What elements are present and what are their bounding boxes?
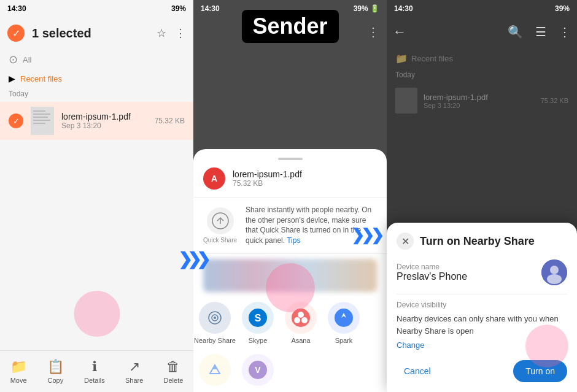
delete-icon: 🗑	[166, 359, 180, 375]
move-button[interactable]: 📁 Move	[10, 359, 27, 384]
cancel-button[interactable]: Cancel	[397, 361, 438, 381]
skype-label: Skype	[249, 337, 268, 344]
google-drive-icon	[199, 354, 231, 386]
asana-label: Asana	[291, 337, 310, 344]
right-arrow-overlay: ❯❯❯	[351, 226, 381, 245]
copy-button[interactable]: 📋 Copy	[47, 359, 64, 384]
file-thumbnail	[31, 107, 54, 135]
quick-share-col: Quick Share	[203, 207, 237, 244]
google-drive-app[interactable]	[193, 354, 236, 386]
middle-time: 14:30	[201, 4, 220, 13]
file-meta: Sep 3 13:20	[61, 121, 147, 130]
sheet-file-info: lorem-ipsum-1.pdf 75.32 KB	[233, 169, 302, 188]
left-status-bar: 14:30 39%	[0, 0, 193, 17]
svg-rect-2	[33, 113, 50, 115]
svg-point-17	[335, 309, 353, 327]
device-name-value: Preslav's Phone	[397, 271, 535, 282]
spark-app[interactable]: Spark	[322, 302, 365, 344]
star-icon[interactable]: ☆	[157, 26, 166, 40]
arrow-chevrons: ❯❯❯	[178, 250, 206, 269]
divider	[397, 294, 567, 294]
details-label: Details	[84, 377, 105, 384]
right-file-meta: Sep 3 13:20	[424, 102, 488, 109]
share-icon: ↗	[129, 359, 140, 375]
search-icon[interactable]: 🔍	[508, 25, 523, 39]
pink-blob-middle	[266, 263, 315, 312]
right-status-bar: 14:30 39%	[387, 0, 577, 17]
svg-point-16	[301, 317, 308, 323]
delete-button[interactable]: 🗑 Delete	[164, 359, 184, 384]
svg-text:V: V	[255, 365, 261, 375]
selected-count: 1 selected	[32, 26, 149, 40]
right-recent-label: Recent files	[411, 54, 453, 63]
list-icon[interactable]: ☰	[535, 25, 546, 39]
delete-label: Delete	[164, 377, 184, 384]
right-file-size: 75.32 KB	[541, 97, 568, 104]
left-time: 14:30	[7, 4, 26, 13]
device-name-section: Device name Preslav's Phone	[397, 259, 567, 285]
dialog-close-button[interactable]: ✕	[397, 233, 414, 250]
recent-files-item[interactable]: ▶ Recent files	[0, 70, 193, 87]
left-arrow-overlay: ❯❯❯	[178, 249, 206, 269]
svg-point-15	[294, 317, 300, 323]
svg-point-26	[547, 274, 562, 284]
file-name: lorem-ipsum-1.pdf	[61, 112, 147, 121]
change-link[interactable]: Change	[397, 340, 425, 350]
right-file-name: lorem-ipsum-1.pdf	[424, 93, 488, 102]
all-label: All	[23, 55, 31, 64]
sender-badge: Sender	[241, 10, 338, 43]
details-icon: ℹ	[92, 359, 97, 375]
svg-rect-4	[33, 120, 50, 121]
move-label: Move	[10, 377, 27, 384]
back-icon[interactable]: ←	[393, 24, 406, 40]
move-icon: 📁	[10, 359, 27, 375]
selection-check-icon: ✓	[7, 25, 25, 42]
quick-share-icon	[207, 207, 234, 234]
right-file-info: lorem-ipsum-1.pdf Sep 3 13:20	[424, 93, 488, 109]
svg-point-10	[214, 317, 216, 319]
right-header: ← 🔍 ☰ ⋮	[387, 17, 577, 47]
bottom-toolbar: 📁 Move 📋 Copy ℹ Details ↗ Share 🗑 Delete	[0, 350, 193, 392]
nearby-share-app[interactable]: Nearby Share	[193, 302, 236, 344]
sheet-file-size: 75.32 KB	[233, 179, 302, 188]
sheet-handle	[278, 158, 303, 160]
svg-rect-3	[33, 117, 48, 118]
left-header: ✓ 1 selected ☆ ⋮	[0, 17, 193, 49]
skype-app[interactable]: S Skype	[236, 302, 279, 344]
viber-icon: V	[242, 354, 274, 386]
visibility-label: Device visibility	[397, 301, 567, 309]
close-icon: ✕	[401, 236, 409, 247]
right-time: 14:30	[394, 4, 413, 13]
details-button[interactable]: ℹ Details	[84, 359, 105, 384]
file-check-icon: ✓	[9, 113, 23, 128]
share-button[interactable]: ↗ Share	[125, 359, 143, 384]
copy-label: Copy	[48, 377, 64, 384]
right-file-row: lorem-ipsum-1.pdf Sep 3 13:20 75.32 KB	[395, 84, 568, 117]
more-icon[interactable]: ⋮	[175, 26, 186, 40]
sheet-file-row: A lorem-ipsum-1.pdf 75.32 KB	[193, 167, 387, 198]
all-item[interactable]: ⊙ All	[0, 49, 193, 70]
nearby-share-icon	[199, 302, 231, 334]
recent-files-label: Recent files	[20, 74, 62, 83]
tips-link[interactable]: Tips	[287, 236, 300, 245]
right-file-thumb	[395, 88, 417, 113]
middle-battery: 39% 🔋	[354, 4, 379, 13]
quick-share-label: Quick Share	[203, 237, 237, 244]
device-name-info: Device name Preslav's Phone	[397, 263, 535, 282]
arrow-chevrons-right: ❯❯❯	[351, 226, 381, 244]
copy-icon: 📋	[47, 359, 64, 375]
viber-app[interactable]: V	[236, 354, 279, 386]
left-panel: 14:30 39% ✓ 1 selected ☆ ⋮ ⊙ All ▶ Recen…	[0, 0, 193, 392]
middle-panel: 14:30 39% 🔋 ⋮ Sender A lorem-ipsum-1.pdf…	[193, 0, 387, 392]
more-vertical-icon[interactable]: ⋮	[367, 25, 379, 39]
svg-text:S: S	[255, 313, 261, 323]
svg-point-14	[298, 312, 304, 318]
right-recent-files: 📁 Recent files	[395, 53, 568, 64]
dialog-title: Turn on Nearby Share	[420, 235, 567, 248]
left-battery: 39%	[171, 4, 186, 13]
svg-rect-5	[33, 123, 45, 124]
file-size: 75.32 KB	[155, 117, 185, 125]
file-row[interactable]: ✓ lorem-ipsum-1.pdf Sep 3 13:20 75.32 KB	[0, 102, 193, 140]
more-dots-icon[interactable]: ⋮	[559, 25, 571, 39]
right-today: Today	[395, 71, 568, 79]
